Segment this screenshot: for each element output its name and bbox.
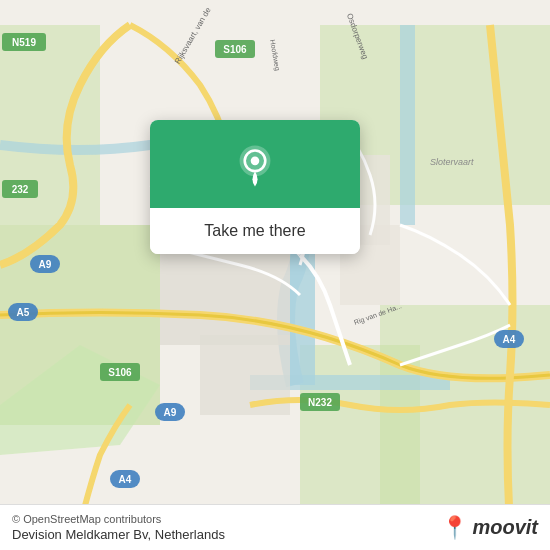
bottom-left: © OpenStreetMap contributors Devision Me… <box>12 513 225 542</box>
moovit-logo[interactable]: 📍 moovit <box>441 515 538 541</box>
svg-text:S106: S106 <box>223 44 247 55</box>
moovit-label: moovit <box>472 516 538 539</box>
svg-rect-6 <box>300 345 420 525</box>
copyright-text: © OpenStreetMap contributors <box>12 513 225 525</box>
svg-text:A4: A4 <box>119 474 132 485</box>
popup-card: Take me there <box>150 120 360 254</box>
svg-text:N519: N519 <box>12 37 36 48</box>
map-background: N519 232 A9 A5 S106 A9 A4 N232 A4 <box>0 0 550 550</box>
popup-green-area <box>150 120 360 208</box>
location-pin-icon <box>231 142 279 190</box>
bottom-bar: © OpenStreetMap contributors Devision Me… <box>0 504 550 550</box>
moovit-pin-icon: 📍 <box>441 515 468 541</box>
svg-text:A5: A5 <box>17 307 30 318</box>
svg-text:A9: A9 <box>39 259 52 270</box>
take-me-there-button[interactable]: Take me there <box>150 208 360 254</box>
svg-text:Slotervaart: Slotervaart <box>430 157 474 167</box>
map-container: N519 232 A9 A5 S106 A9 A4 N232 A4 <box>0 0 550 550</box>
svg-text:232: 232 <box>12 184 29 195</box>
svg-rect-9 <box>400 25 415 225</box>
location-text: Devision Meldkamer Bv, Netherlands <box>12 527 225 542</box>
svg-text:A9: A9 <box>164 407 177 418</box>
svg-point-41 <box>251 157 260 166</box>
svg-text:A4: A4 <box>503 334 516 345</box>
svg-text:S106: S106 <box>108 367 132 378</box>
svg-text:N232: N232 <box>308 397 332 408</box>
